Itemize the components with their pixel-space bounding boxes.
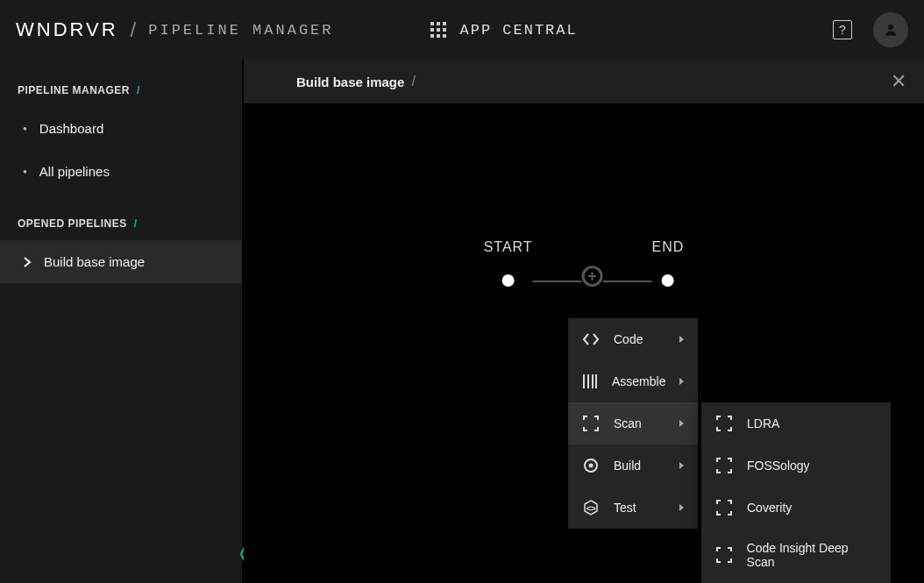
chevron-right-icon [679,420,684,427]
chevron-right-icon [679,462,684,469]
assemble-icon [582,373,598,390]
svg-rect-13 [595,374,597,388]
scan-icon [582,415,600,432]
submenu-item-fossology[interactable]: FOSSology [701,444,891,487]
connector-line [603,281,652,282]
submenu-item-label: FOSSology [747,459,810,473]
submenu-item-code-insight-deep-scan[interactable]: Code Insight Deep Scan [701,529,891,581]
submenu-item-coverity[interactable]: Coverity [701,487,891,529]
menu-item-assemble[interactable]: Assemble [568,360,698,402]
svg-marker-16 [585,501,597,515]
user-avatar[interactable] [873,12,908,47]
submenu-item-label: LDRA [747,416,779,430]
help-icon[interactable]: ? [833,20,852,39]
add-step-button[interactable]: + [582,266,603,287]
logo: WNDRVR [16,18,118,41]
breadcrumb-bar: Build base image / ✕ [244,60,924,103]
pipeline-canvas[interactable]: START + END Code [244,103,924,583]
end-label: END [652,239,685,255]
svg-rect-12 [592,374,593,388]
app-header: WNDRVR / PIPELINE MANAGER APP CENTRAL ? [0,0,924,60]
grid-icon [430,22,446,38]
scan-submenu: LDRA FOSSology Coverity [701,402,891,583]
start-label: START [484,239,533,255]
svg-rect-2 [443,22,446,25]
node-circle-icon [662,274,674,287]
sidebar-item-dashboard[interactable]: ● Dashboard [0,107,242,150]
menu-item-test[interactable]: Test [568,487,698,529]
sidebar-item-label: All pipelines [39,164,110,179]
scan-icon [715,546,733,564]
svg-rect-10 [583,374,585,388]
node-circle-icon [502,274,515,287]
svg-rect-5 [443,28,446,32]
bullet-icon: ● [23,167,27,175]
chevron-right-icon [679,336,684,343]
svg-rect-3 [430,28,434,32]
step-category-menu: Code Assemble Scan [568,318,698,529]
build-icon [582,457,600,474]
header-title: PIPELINE MANAGER [148,22,333,39]
scan-icon [715,457,733,474]
submenu-item-ldra[interactable]: LDRA [701,402,891,444]
breadcrumb-slash: / [411,74,415,89]
app-central-label: APP CENTRAL [460,22,578,39]
app-central-button[interactable]: APP CENTRAL [430,22,578,39]
code-icon [582,331,600,348]
svg-rect-4 [437,28,440,32]
close-icon[interactable]: ✕ [891,70,906,93]
bullet-icon: ● [23,124,27,132]
chevron-right-icon [23,257,32,267]
scan-icon [715,499,733,516]
menu-item-label: Assemble [612,374,665,388]
menu-item-code[interactable]: Code [568,318,698,360]
sidebar: PIPELINE MANAGER/ ● Dashboard ● All pipe… [0,60,244,583]
connector-line [533,281,582,282]
svg-point-15 [589,464,593,468]
svg-rect-1 [437,22,440,25]
sidebar-item-all-pipelines[interactable]: ● All pipelines [0,150,242,193]
scan-icon [715,415,733,432]
start-node[interactable]: START [484,239,533,287]
svg-rect-7 [437,34,440,38]
menu-item-label: Build [614,459,641,473]
sidebar-section-pipeline-manager: PIPELINE MANAGER/ [0,60,242,107]
logo-slash: / [131,18,137,42]
breadcrumb-title: Build base image [296,75,404,89]
sidebar-item-label: Build base image [44,254,145,269]
svg-rect-11 [587,374,589,388]
sidebar-section-opened-pipelines: OPENED PIPELINES/ [0,193,242,240]
chevron-right-icon [679,378,684,385]
menu-item-build[interactable]: Build [568,444,698,487]
svg-point-9 [888,25,893,30]
menu-item-scan[interactable]: Scan [568,402,698,444]
main-panel: Build base image / ✕ START + END [244,60,924,583]
sidebar-item-label: Dashboard [39,121,103,136]
sidebar-item-build-base-image[interactable]: Build base image [0,240,242,283]
chevron-right-icon [679,504,684,511]
test-icon [582,499,600,516]
svg-rect-0 [430,22,434,25]
svg-rect-8 [443,34,446,38]
submenu-item-label: Code Insight Deep Scan [747,541,877,569]
svg-rect-6 [430,34,434,38]
end-node[interactable]: END [652,239,685,287]
submenu-item-label: Coverity [747,501,792,515]
menu-item-label: Code [614,332,643,346]
menu-item-label: Scan [614,416,642,430]
menu-item-label: Test [614,501,636,515]
